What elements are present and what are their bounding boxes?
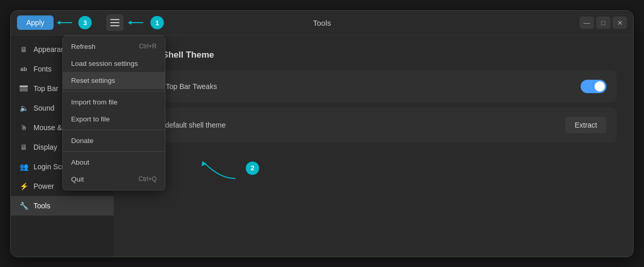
setting-row-topbar-tweaks: Include Top Bar Tweaks	[130, 70, 617, 102]
setting-row-extract-theme: Extract default shell theme Extract	[130, 108, 617, 143]
svg-marker-1	[57, 21, 60, 25]
hamburger-button[interactable]	[106, 14, 124, 31]
menu-item-import[interactable]: Import from file	[63, 94, 165, 111]
svg-rect-4	[20, 85, 28, 87]
annotation-2-container: 2	[199, 153, 259, 184]
menu-divider-3	[63, 151, 165, 152]
dropdown-menu: Refresh Ctrl+R Load session settings Res…	[62, 35, 165, 190]
sidebar-item-label: Top Bar	[33, 84, 58, 93]
sidebar-item-label: Sound	[33, 104, 54, 112]
menu-divider-1	[63, 91, 165, 92]
maximize-button[interactable]: □	[596, 16, 611, 29]
annotation-1: 1	[150, 16, 164, 29]
content-area: Default Shell Theme Include Top Bar Twea…	[114, 35, 633, 257]
app-window: Apply 3 1 Tools	[10, 10, 634, 257]
titlebar: Apply 3 1 Tools	[11, 11, 633, 35]
hamburger-line	[110, 19, 120, 20]
menu-item-about[interactable]: About	[63, 154, 165, 171]
menu-item-export[interactable]: Export to file	[63, 111, 165, 128]
menu-item-reset[interactable]: Reset settings	[63, 72, 165, 89]
menu-item-refresh[interactable]: Refresh Ctrl+R	[63, 38, 165, 55]
appearance-icon: 🖥	[19, 45, 28, 54]
window-controls: — □ ✕	[580, 16, 627, 29]
tools-icon: 🔧	[19, 201, 28, 210]
mouse-icon: 🖱	[19, 123, 28, 132]
minimize-button[interactable]: —	[580, 16, 594, 29]
svg-marker-6	[201, 161, 207, 166]
section-title: Default Shell Theme	[130, 50, 617, 60]
sidebar-item-label: Power	[33, 182, 54, 190]
sidebar-item-label: Tools	[33, 202, 50, 210]
sidebar-item-tools[interactable]: 🔧 Tools	[11, 196, 114, 216]
display-icon: 🖥	[19, 143, 28, 152]
arrow-to-hamburger	[128, 19, 146, 27]
menu-divider-2	[63, 130, 165, 130]
power-icon: ⚡	[19, 182, 28, 191]
hamburger-line	[110, 25, 120, 26]
close-button[interactable]: ✕	[613, 16, 627, 29]
login-icon: 👥	[19, 162, 28, 171]
svg-rect-5	[20, 88, 28, 92]
hamburger-line	[110, 22, 120, 23]
menu-item-quit[interactable]: Quit Ctrl+Q	[63, 171, 165, 188]
topbar-icon	[19, 84, 28, 93]
svg-marker-3	[128, 21, 131, 25]
sidebar-item-label: Display	[33, 143, 57, 151]
annotation-2: 2	[246, 162, 259, 175]
curved-arrow-2	[199, 153, 246, 184]
titlebar-left: Apply 3 1	[17, 14, 164, 31]
sound-icon: 🔈	[19, 103, 28, 113]
toggle-topbar-tweaks[interactable]	[581, 80, 606, 93]
arrow-to-apply	[57, 19, 75, 27]
menu-item-donate[interactable]: Donate	[63, 132, 165, 149]
apply-button[interactable]: Apply	[17, 15, 54, 30]
window-title: Tools	[313, 19, 331, 27]
fonts-icon: ab	[19, 64, 28, 74]
extract-button[interactable]: Extract	[565, 117, 606, 133]
menu-item-load-session[interactable]: Load session settings	[63, 55, 165, 72]
main-area: 🖥 Appearance ab Fonts Top Bar 🔈 Sound 🖱 …	[11, 35, 633, 257]
annotation-3: 3	[78, 16, 92, 29]
sidebar-item-label: Fonts	[33, 65, 52, 73]
apply-annotation-container: Apply 3	[17, 15, 92, 30]
